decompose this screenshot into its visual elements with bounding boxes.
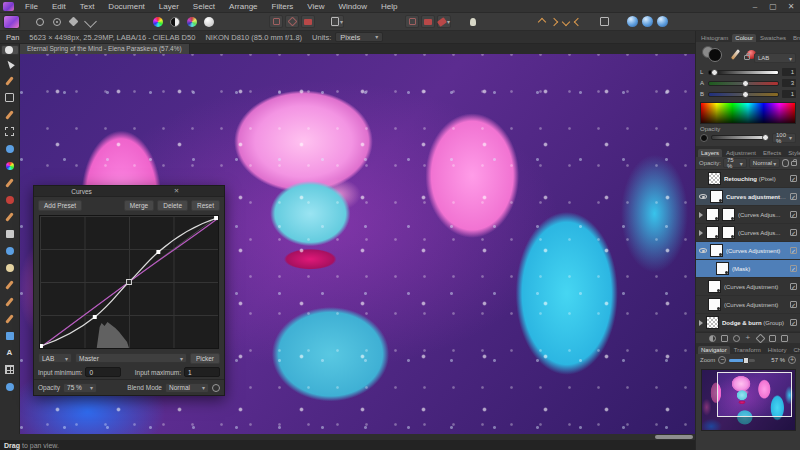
curves-opacity-select[interactable]: 75 %▾: [63, 383, 97, 393]
tool-shape[interactable]: [1, 327, 19, 344]
move-forward-icon[interactable]: [550, 17, 558, 25]
tool-paint-brush[interactable]: [1, 208, 19, 225]
quick-mask-icon[interactable]: ▾: [330, 15, 344, 28]
tab-layers[interactable]: Layers: [698, 149, 722, 157]
curves-dialog-titlebar[interactable]: Curves ✕: [34, 186, 224, 197]
navigator-view-rect[interactable]: [717, 372, 791, 417]
close-button[interactable]: ✕: [782, 0, 800, 13]
expand-arrow-icon[interactable]: [699, 320, 703, 326]
tool-healing[interactable]: [1, 174, 19, 191]
tab-colour[interactable]: Colour: [732, 34, 756, 42]
layer-row-curves-selected[interactable]: (Curves Adjustment) ✓: [696, 242, 800, 260]
layer-row-curves-2[interactable]: (Curves Adjus... ✓: [696, 224, 800, 242]
layer-visibility-checkbox[interactable]: ✓: [790, 175, 797, 182]
zoom-to-fit-icon[interactable]: [627, 16, 638, 27]
tab-history[interactable]: History: [765, 346, 790, 354]
zoom-in-icon[interactable]: +: [788, 356, 796, 364]
layer-visibility-checkbox[interactable]: ✓: [790, 319, 797, 326]
expand-arrow-icon[interactable]: [699, 230, 703, 236]
horizontal-scrollbar[interactable]: [0, 434, 695, 440]
tool-smudge[interactable]: [1, 293, 19, 310]
layers-lock-icon[interactable]: [791, 161, 797, 166]
rotate-document-icon[interactable]: [405, 15, 419, 28]
lock-icon[interactable]: [744, 55, 750, 60]
layer-row-curves-group[interactable]: Curves adjustments (Gro... ✓: [696, 188, 800, 206]
picker-button[interactable]: Picker: [190, 353, 220, 364]
layers-blend-select[interactable]: Normal▾: [749, 158, 780, 168]
menu-text[interactable]: Text: [73, 0, 102, 13]
eye-icon[interactable]: [699, 248, 707, 253]
tool-mesh-warp[interactable]: [1, 361, 19, 378]
tool-red-eye[interactable]: [1, 191, 19, 208]
mask-layer-icon[interactable]: [721, 335, 728, 342]
slider-L[interactable]: [708, 70, 779, 75]
expand-arrow-icon[interactable]: [699, 212, 703, 218]
move-to-front-icon[interactable]: [538, 17, 546, 25]
tab-histogram[interactable]: Histogram: [698, 34, 731, 42]
persona-photo-icon[interactable]: [4, 16, 19, 28]
tab-swatches[interactable]: Swatches: [757, 34, 789, 42]
layer-row-dodge-burn[interactable]: Dodge & burn (Group) ✓: [696, 314, 800, 332]
assistant-icon[interactable]: [466, 15, 479, 28]
menu-filters[interactable]: Filters: [265, 0, 301, 13]
move-to-back-icon[interactable]: [574, 17, 582, 25]
slider-B-value[interactable]: 1: [782, 90, 796, 98]
eye-icon[interactable]: [699, 194, 707, 199]
blend-mode-select[interactable]: Normal▾: [165, 383, 209, 393]
clip-canvas-icon[interactable]: [421, 15, 435, 28]
menu-select[interactable]: Select: [186, 0, 222, 13]
layer-row-mask[interactable]: (Mask) ✓: [696, 260, 800, 278]
tab-brushes[interactable]: Brushes: [790, 34, 800, 42]
layer-row-curves-4[interactable]: (Curves Adjustment) ✓: [696, 296, 800, 314]
tone-mapping-persona-icon[interactable]: [67, 15, 80, 28]
layer-visibility-checkbox[interactable]: ✓: [790, 265, 797, 272]
menu-document[interactable]: Document: [101, 0, 151, 13]
menu-arrange[interactable]: Arrange: [222, 0, 264, 13]
fx-icon[interactable]: [733, 335, 740, 342]
layer-visibility-checkbox[interactable]: ✓: [790, 301, 797, 308]
tool-marquee[interactable]: [1, 123, 19, 140]
colour-opacity-select[interactable]: 100 %▾: [772, 133, 796, 143]
group-layers-icon[interactable]: [755, 333, 765, 343]
auto-colour-icon[interactable]: [185, 15, 198, 28]
layers-opacity-select[interactable]: 75 %▾: [723, 158, 747, 168]
tool-crop[interactable]: [1, 89, 19, 106]
tab-effects[interactable]: Effects: [760, 149, 784, 157]
colour-picker-icon[interactable]: [731, 49, 740, 60]
tab-navigator[interactable]: Navigator: [698, 346, 730, 354]
channel-select[interactable]: Master▾: [75, 353, 187, 363]
menu-window[interactable]: Window: [332, 0, 374, 13]
menu-edit[interactable]: Edit: [45, 0, 73, 13]
layers-settings-gear-icon[interactable]: [782, 159, 789, 167]
layer-visibility-checkbox[interactable]: ✓: [790, 229, 797, 236]
nav-zoom-slider[interactable]: [729, 359, 755, 362]
develop-persona-icon[interactable]: [50, 15, 63, 28]
zoom-100-icon[interactable]: [642, 16, 653, 27]
tool-zoom[interactable]: [1, 378, 19, 395]
new-pixel-layer-icon[interactable]: [769, 335, 776, 342]
auto-levels-icon[interactable]: [151, 15, 164, 28]
tool-burn[interactable]: [1, 276, 19, 293]
colour-model-select[interactable]: LAB▾: [38, 353, 72, 363]
tool-move[interactable]: [1, 55, 19, 72]
auto-white-balance-icon[interactable]: [202, 15, 215, 28]
menu-file[interactable]: File: [18, 0, 45, 13]
curves-close-icon[interactable]: ✕: [129, 187, 224, 195]
layer-visibility-checkbox[interactable]: ✓: [790, 211, 797, 218]
tool-selection-brush[interactable]: [1, 106, 19, 123]
units-select[interactable]: Pixels▾: [335, 32, 383, 42]
tab-transform[interactable]: Transform: [731, 346, 764, 354]
tab-styles[interactable]: Styles: [785, 149, 800, 157]
slider-A-value[interactable]: 3: [782, 79, 796, 87]
tab-adjustment[interactable]: Adjustment: [723, 149, 759, 157]
tool-blur[interactable]: [1, 242, 19, 259]
minimize-button[interactable]: –: [746, 0, 764, 13]
tab-channels[interactable]: Channels: [790, 346, 800, 354]
tool-view[interactable]: [1, 45, 19, 55]
tool-colour-replacement[interactable]: [1, 157, 19, 174]
deselect-icon[interactable]: [285, 15, 299, 28]
layer-row-curves-1[interactable]: (Curves Adjus... ✓: [696, 206, 800, 224]
delete-layer-icon[interactable]: [781, 335, 788, 342]
slider-B[interactable]: [708, 92, 779, 97]
export-persona-icon[interactable]: [84, 15, 97, 28]
